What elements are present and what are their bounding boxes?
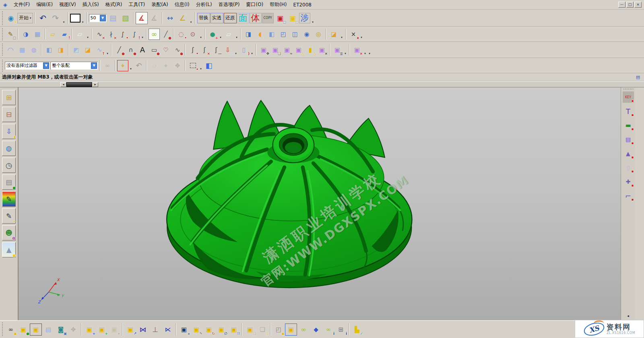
cross-fitting-template-button[interactable]: ✚▪ [623, 176, 634, 187]
scroll-right-button[interactable]: ▸ [92, 82, 98, 87]
scroll-handle[interactable] [66, 82, 92, 87]
circle-center-button[interactable]: ◌• [175, 29, 187, 40]
move-component-button[interactable]: ▣↻ [203, 323, 215, 336]
curve-extension-button[interactable]: ∫! [129, 29, 140, 40]
pattern-component-grayed-icon[interactable]: ▣+ [108, 323, 120, 336]
layer-visibility-icon[interactable]: ▧ [120, 12, 132, 24]
nx-logo-icon[interactable]: ◉✦ [5, 12, 17, 24]
arc-tool-button[interactable]: ∩● [125, 44, 136, 56]
extend-sheet-button[interactable]: ◪ [82, 44, 93, 56]
plane-2-button[interactable]: ▱ [223, 29, 234, 40]
scroll-left-button[interactable]: ◂ [60, 82, 66, 87]
cylinder-pattern-button[interactable]: ▮△ [305, 44, 316, 56]
eraser-button[interactable]: ▱ [149, 60, 160, 71]
general-selection-grayed-icon[interactable]: ∞ [102, 60, 113, 71]
delete-object-button[interactable]: ▣× [316, 44, 328, 56]
line-tool-button[interactable]: ╱● [114, 44, 125, 56]
link-info-button[interactable]: ∞i [322, 323, 334, 336]
measure-dropdown-arrow[interactable]: ▾ [189, 10, 193, 26]
fillet-curve-button[interactable]: ∫• [117, 29, 128, 40]
hole-button[interactable]: ◉ [301, 29, 312, 40]
restore-button-cn[interactable]: 还原 [224, 13, 237, 23]
find-component-button[interactable]: ∞▣ [5, 323, 17, 336]
menu-format[interactable]: 格式(R) [102, 0, 126, 9]
select-dropdown-arrow[interactable]: ▾ [199, 58, 203, 73]
plane-button[interactable]: ▱ [74, 29, 85, 40]
impeller-model[interactable] [19, 87, 621, 320]
translucency-button[interactable]: 实透 [211, 13, 223, 23]
assembly-constraints-button[interactable]: ⊥ [149, 323, 161, 336]
part-navigator-button[interactable]: ⇩▮ [2, 124, 16, 139]
boolean-dropdown-arrow[interactable]: ▾ [219, 27, 223, 41]
plane-dropdown-arrow[interactable]: ▾ [86, 27, 90, 41]
selection-chain-button[interactable]: ∞ [149, 29, 160, 40]
trim-curve-button[interactable]: ∿× [94, 29, 105, 40]
redo-button[interactable]: ↷ [50, 12, 62, 24]
key-template-button[interactable]: KEY▪ [623, 91, 634, 103]
constraint-navigator-button[interactable]: ⊟ [2, 107, 16, 122]
sketch-button[interactable]: ✎▢ [5, 29, 16, 40]
face-analysis-button[interactable]: ▦ [32, 29, 43, 40]
menu-window[interactable]: 窗口(O) [243, 0, 266, 9]
divide-curve-button[interactable]: ∤× [105, 29, 117, 40]
rotate-point-grayed-icon[interactable]: ⌖ [160, 60, 171, 71]
layer-settings-icon[interactable]: ▤ [107, 12, 119, 24]
suppress-component-button[interactable]: ▣∅ [215, 323, 227, 336]
show-outline-button[interactable]: ▣ [30, 323, 42, 336]
intersection-curve-button[interactable]: ʃ× [199, 44, 210, 56]
sheet-body-button[interactable]: ◧ [266, 29, 277, 40]
interference-rings-button[interactable]: ∞ [297, 323, 310, 336]
red-cube-button[interactable]: ▣▢ [274, 12, 286, 24]
section-curve-button[interactable]: ʃ— [211, 44, 222, 56]
roles-button[interactable]: ☻☻ [2, 225, 16, 241]
pocket-button[interactable]: ◰ [278, 29, 289, 40]
drag-grayed-icon[interactable]: ✥ [172, 60, 183, 71]
menu-assemblies[interactable]: 装配(A) [148, 0, 171, 9]
rectangle-select-button[interactable]: • [187, 60, 198, 71]
thicken-button[interactable]: ◪ [328, 29, 339, 40]
verify-assembly-button[interactable]: ▙✓ [351, 323, 363, 336]
snapshot-button[interactable]: ◙▣ [55, 323, 67, 336]
wrap-curve-button[interactable]: ▯) [238, 44, 250, 56]
section-view-button[interactable]: ◑ [20, 29, 31, 40]
project-dropdown-arrow[interactable]: ▾ [234, 42, 238, 58]
new-component-button[interactable]: ▣+ [96, 323, 108, 336]
work-layer-combo[interactable]: 50▼ [89, 14, 107, 22]
measure-distance-button[interactable]: ↔ [164, 12, 176, 24]
spline-tool-button[interactable]: ∿● [172, 44, 183, 56]
datum-csys-button[interactable]: ▰! [59, 29, 70, 40]
datum-plane-button[interactable]: ▱ [47, 29, 58, 40]
graphics-viewport[interactable]: 潇洒职业培训学校 官网:WWW.DGXSPX.COM X Y Z [18, 87, 621, 320]
circle-dropdown-arrow[interactable]: ▾ [199, 27, 203, 41]
object-display-button[interactable]: ▣≣ [332, 44, 343, 56]
open-component-button[interactable]: ▣● [17, 323, 29, 336]
arrange-components-button[interactable]: ▣❏ [244, 323, 256, 336]
menu-information[interactable]: 信息(I) [171, 0, 193, 9]
transform-object-button[interactable]: ▣△ [293, 44, 304, 56]
resource-collapse-arrow[interactable]: ◂ [627, 314, 629, 318]
wcs-display-button[interactable]: ∡ [136, 12, 148, 24]
block-holes-template-button[interactable]: ▤▪ [623, 134, 634, 145]
edit-object-button[interactable]: ▣× [351, 44, 363, 56]
image-gallery-button[interactable]: ▲● [2, 242, 16, 257]
menu-view[interactable]: 视图(V) [56, 0, 79, 9]
tri-plate-template-button[interactable]: ▲▪ [623, 148, 634, 159]
surface-dropdown-arrow[interactable]: ▾ [105, 42, 109, 58]
dimension-dropdown-arrow[interactable]: ▾ [359, 27, 363, 41]
plane-2-dropdown-arrow[interactable]: ▾ [235, 27, 239, 41]
bounded-plane-button[interactable]: ◍ [28, 44, 39, 56]
replace-button[interactable]: 替换 [197, 13, 210, 23]
snap-dropdown-arrow[interactable]: ▾ [129, 58, 133, 73]
shaded-view-button[interactable]: ◧ [203, 60, 215, 71]
ruled-surface-button[interactable]: ◠ [5, 44, 16, 56]
curve-edit-dropdown-arrow[interactable]: ▾ [140, 27, 144, 41]
cylinder-template-button[interactable]: ▯▪ [623, 162, 634, 173]
through-mesh-button[interactable]: ▦ [17, 44, 28, 56]
copy-object-button[interactable]: ▣❏ [270, 44, 281, 56]
explode-assembly-button[interactable]: ◰▣ [272, 323, 285, 336]
t-part-template-button[interactable]: T▪ [623, 106, 634, 117]
body-button[interactable]: 体 [250, 13, 262, 23]
project-curve-button[interactable]: ⇩▱ [222, 44, 233, 56]
swept-surface-button[interactable]: ◧ [43, 44, 55, 56]
palette-button[interactable]: ▤● [2, 174, 16, 190]
